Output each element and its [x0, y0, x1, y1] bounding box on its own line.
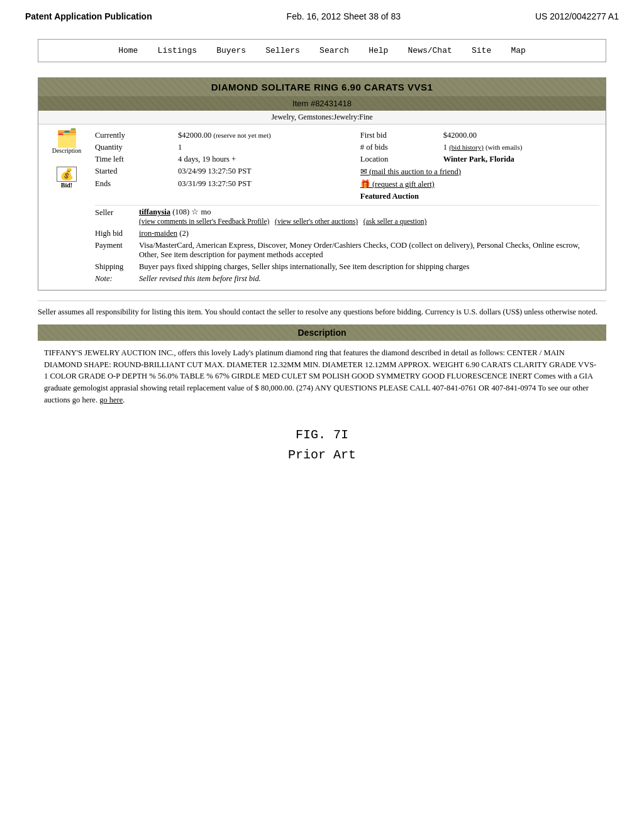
nav-item-newschat[interactable]: News/Chat — [408, 46, 452, 55]
seller-star: ☆ — [191, 208, 199, 216]
go-here-link[interactable]: go here — [99, 396, 123, 404]
seller-links: (view comments in seller's Feedback Prof… — [139, 218, 426, 225]
patent-right: US 2012/0042277 A1 — [535, 11, 619, 21]
nav-item-home[interactable]: Home — [118, 46, 138, 55]
time-left-label: Time left — [95, 153, 178, 165]
fig-line1: FIG. 7I — [38, 425, 606, 445]
ends-label: Ends — [95, 178, 178, 191]
bid-icon: 💰 — [57, 167, 77, 182]
high-bid-label: High bid — [95, 228, 139, 240]
bid-label: Bid! — [61, 182, 72, 189]
patent-left: Patent Application Publication — [25, 11, 152, 21]
fig-line2: Prior Art — [38, 445, 606, 465]
seller-table: Seller tiffanysia (108) ☆ mo (view comme… — [95, 205, 599, 285]
patent-center: Feb. 16, 2012 Sheet 38 of 83 — [287, 11, 401, 21]
gift-alert[interactable]: 🎁 (request a gift alert) — [360, 178, 599, 191]
listing-category-bar: Jewelry, Gemstones:Jewelry:Fine — [38, 111, 606, 124]
description-text: TIFFANY'S JEWELRY AUCTION INC., offers t… — [38, 347, 606, 406]
currently-label: Currently — [95, 130, 178, 141]
nav-item-buyers[interactable]: Buyers — [216, 46, 246, 55]
description-icon: 🗂️ — [56, 130, 78, 147]
started-row: Started 03/24/99 13:27:50 PST ✉ (mail th… — [95, 165, 599, 178]
details-table: Currently $42000.00 (reserve not yet met… — [95, 130, 599, 202]
seller-value: tiffanysia (108) ☆ mo (view comments in … — [139, 206, 599, 228]
started-value: 03/24/99 13:27:50 PST — [178, 165, 360, 178]
time-left-row: Time left 4 days, 19 hours + Location Wi… — [95, 153, 599, 165]
currently-value: $42000.00 (reserve not yet met) — [178, 130, 360, 141]
mail-auction[interactable]: ✉ (mail this auction to a friend) — [360, 165, 599, 178]
disclaimer-text: Seller assumes all responsibility for li… — [38, 301, 606, 318]
seller-name[interactable]: tiffanysia — [139, 208, 170, 216]
note-row: Note: Seller revised this item before fi… — [95, 273, 599, 285]
nav-box: Home Listings Buyers Sellers Search Help… — [38, 39, 606, 62]
nav-item-search[interactable]: Search — [319, 46, 349, 55]
payment-row: Payment Visa/MasterCard, American Expres… — [95, 240, 599, 261]
payment-value: Visa/MasterCard, American Express, Disco… — [139, 240, 599, 261]
fig-label: FIG. 7I Prior Art — [38, 425, 606, 465]
nav-item-map[interactable]: Map — [511, 46, 525, 55]
bid-icon-box[interactable]: 💰 Bid! — [57, 167, 77, 189]
nav-item-sellers[interactable]: Sellers — [265, 46, 300, 55]
high-bid-value: iron-maiden (2) — [139, 228, 599, 240]
listing-title-bar: DIAMOND SOLITARE RING 6.90 CARATS VVS1 — [38, 78, 606, 96]
quantity-label: Quantity — [95, 141, 178, 153]
nav-item-listings[interactable]: Listings — [158, 46, 197, 55]
seller-mo: mo — [201, 208, 211, 216]
quantity-row: Quantity 1 # of bids 1 (bid history) (wi… — [95, 141, 599, 153]
description-icon-box[interactable]: 🗂️ Description — [52, 130, 82, 154]
main-content: Home Listings Buyers Sellers Search Help… — [0, 26, 644, 478]
note-label: Note: — [95, 273, 139, 285]
patent-header: Patent Application Publication Feb. 16, … — [0, 0, 644, 26]
description-label: Description — [52, 147, 82, 154]
listing-title: DIAMOND SOLITARE RING 6.90 CARATS VVS1 — [211, 82, 433, 92]
seller-rating: (108) — [172, 208, 189, 216]
shipping-label: Shipping — [95, 261, 139, 273]
high-bid-row: High bid iron-maiden (2) — [95, 228, 599, 240]
currently-row: Currently $42000.00 (reserve not yet met… — [95, 130, 599, 141]
payment-label: Payment — [95, 240, 139, 261]
seller-label: Seller — [95, 206, 139, 228]
location-value: Winter Park, Florida — [443, 153, 599, 165]
listing-item-number: Item #82431418 — [292, 99, 352, 108]
time-left-value: 4 days, 19 hours + — [178, 153, 360, 165]
listing-item-bar: Item #82431418 — [38, 96, 606, 111]
shipping-value: Buyer pays fixed shipping charges, Selle… — [139, 261, 599, 273]
quantity-value: 1 — [178, 141, 360, 153]
shipping-row: Shipping Buyer pays fixed shipping charg… — [95, 261, 599, 273]
ends-row: Ends 03/31/99 13:27:50 PST 🎁 (request a … — [95, 178, 599, 191]
description-bar: Description — [38, 324, 606, 341]
num-bids-label: # of bids — [360, 141, 443, 153]
listing-category: Jewelry, Gemstones:Jewelry:Fine — [271, 113, 372, 121]
listing-left-icons: 🗂️ Description 💰 Bid! — [45, 130, 89, 285]
started-label: Started — [95, 165, 178, 178]
note-value: Seller revised this item before first bi… — [139, 273, 599, 285]
num-bids-value: 1 (bid history) (with emails) — [443, 141, 599, 153]
nav-item-site[interactable]: Site — [472, 46, 491, 55]
nav-item-help[interactable]: Help — [369, 46, 388, 55]
first-bid-value: $42000.00 — [443, 130, 599, 141]
featured-auction: Featured Auction — [360, 191, 599, 202]
first-bid-label: First bid — [360, 130, 443, 141]
listing-box: DIAMOND SOLITARE RING 6.90 CARATS VVS1 I… — [38, 77, 606, 290]
listing-body: 🗂️ Description 💰 Bid! Currently $42000.0… — [38, 124, 606, 290]
seller-row-tr: Seller tiffanysia (108) ☆ mo (view comme… — [95, 206, 599, 228]
featured-row: Featured Auction — [95, 191, 599, 202]
listing-details: Currently $42000.00 (reserve not yet met… — [95, 130, 599, 285]
location-label: Location — [360, 153, 443, 165]
ends-value: 03/31/99 13:27:50 PST — [178, 178, 360, 191]
